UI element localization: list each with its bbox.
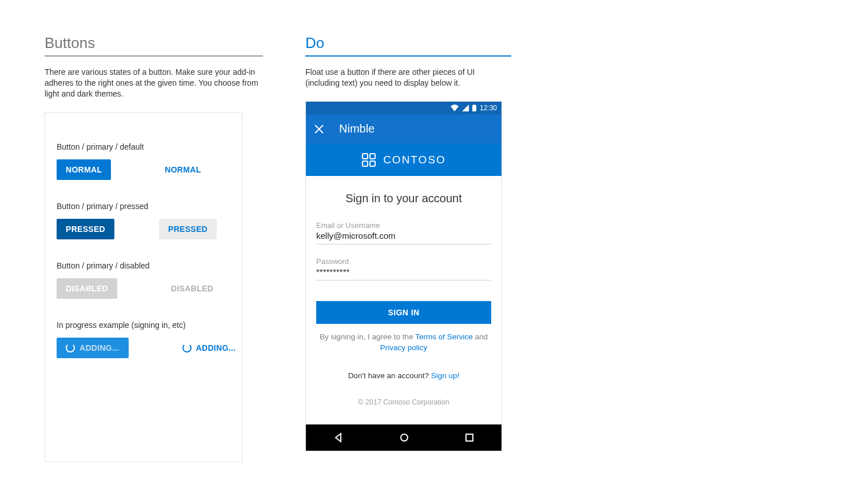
pressed-solid-button[interactable]: PRESSED <box>57 219 114 239</box>
phone-mock: 12:30 Nimble CONTOSO Sign in to your acc… <box>305 101 502 451</box>
password-field[interactable]: Password ********** <box>316 257 491 280</box>
svg-rect-4 <box>363 154 368 159</box>
svg-rect-1 <box>473 105 475 105</box>
back-icon[interactable] <box>333 432 344 443</box>
svg-rect-7 <box>370 161 375 166</box>
home-icon[interactable] <box>399 432 409 443</box>
privacy-link[interactable]: Privacy policy <box>380 343 428 352</box>
email-value[interactable]: kelly@microsoft.com <box>316 231 491 245</box>
battery-icon <box>472 105 476 111</box>
brand-name: CONTOSO <box>383 154 446 166</box>
wifi-icon <box>451 105 459 111</box>
normal-solid-button[interactable]: NORMAL <box>57 159 111 180</box>
group-pressed: Button / primary / pressed PRESSED PRESS… <box>57 202 230 239</box>
signin-form: Sign in to your account Email or Usernam… <box>306 176 501 424</box>
spinner-icon <box>182 343 192 352</box>
pressed-flat-button[interactable]: PRESSED <box>159 219 217 239</box>
legal-mid: and <box>473 332 488 341</box>
group-pressed-label: Button / primary / pressed <box>57 202 230 211</box>
contoso-logo-icon <box>361 153 376 167</box>
group-disabled-label: Button / primary / disabled <box>57 261 230 270</box>
group-progress: In progress example (signing in, etc) AD… <box>57 320 230 358</box>
buttons-section: Buttons There are various states of a bu… <box>45 34 263 462</box>
tos-link[interactable]: Terms of Service <box>415 332 473 341</box>
progress-flat-label: ADDING... <box>196 343 236 352</box>
progress-solid-button[interactable]: ADDING... <box>57 338 129 358</box>
signup-prefix: Don't have an account? <box>348 371 431 380</box>
copyright: © 2017 Contoso Corporation <box>358 398 449 406</box>
status-bar: 12:30 <box>306 102 501 114</box>
spinner-icon <box>66 343 75 352</box>
group-progress-label: In progress example (signing in, etc) <box>57 320 230 330</box>
email-field[interactable]: Email or Username kelly@microsoft.com <box>316 221 491 245</box>
app-title: Nimble <box>339 122 375 135</box>
signin-button[interactable]: SIGN IN <box>316 301 491 324</box>
group-disabled: Button / primary / disabled DISABLED DIS… <box>57 261 230 299</box>
svg-point-8 <box>401 434 408 441</box>
email-label: Email or Username <box>316 221 491 230</box>
signal-icon <box>462 105 469 111</box>
svg-rect-6 <box>363 161 368 166</box>
buttons-description: There are various states of a button. Ma… <box>45 67 263 99</box>
disabled-solid-button: DISABLED <box>57 278 117 299</box>
do-heading: Do <box>305 34 511 57</box>
recent-icon[interactable] <box>465 433 474 442</box>
button-states-card: Button / primary / default NORMAL NORMAL… <box>45 112 242 462</box>
password-label: Password <box>316 257 491 266</box>
signup-link[interactable]: Sign up! <box>431 371 460 380</box>
disabled-flat-button: DISABLED <box>162 278 222 299</box>
progress-solid-label: ADDING... <box>79 343 120 352</box>
legal-text: By signing in, I agree to the Terms of S… <box>316 332 491 354</box>
group-default-label: Button / primary / default <box>57 142 230 151</box>
svg-rect-0 <box>472 105 476 111</box>
signin-title: Sign in to your account <box>345 192 461 205</box>
svg-rect-5 <box>370 154 375 159</box>
normal-flat-button[interactable]: NORMAL <box>156 159 210 180</box>
app-bar: Nimble <box>306 114 501 144</box>
password-value[interactable]: ********** <box>316 267 491 280</box>
do-description: Float use a button if there are other pi… <box>305 67 511 89</box>
group-default: Button / primary / default NORMAL NORMAL <box>57 142 230 180</box>
do-section: Do Float use a button if there are other… <box>305 34 511 462</box>
progress-flat-button[interactable]: ADDING... <box>173 338 245 358</box>
svg-rect-9 <box>466 434 473 441</box>
close-icon[interactable] <box>314 124 324 134</box>
signup-line: Don't have an account? Sign up! <box>348 371 460 382</box>
status-time: 12:30 <box>480 104 497 112</box>
buttons-heading: Buttons <box>45 34 263 57</box>
android-navbar <box>306 424 501 451</box>
brand-bar: CONTOSO <box>306 144 501 176</box>
legal-prefix: By signing in, I agree to the <box>320 332 415 341</box>
